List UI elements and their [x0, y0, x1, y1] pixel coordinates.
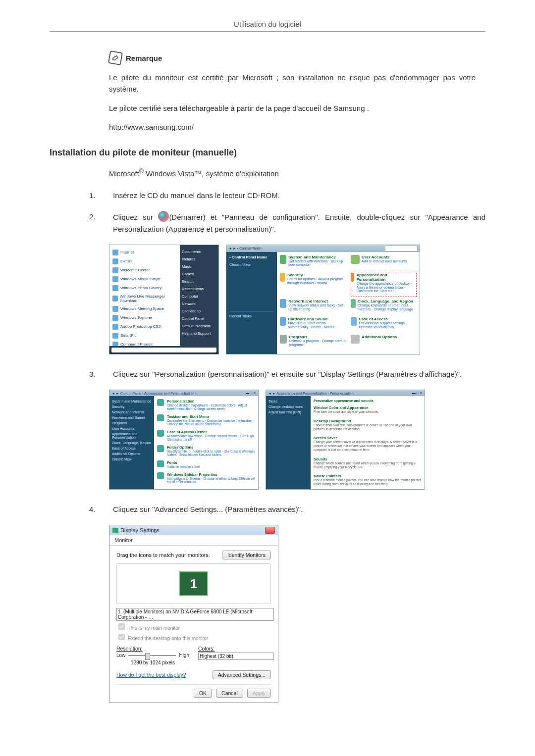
- resolution-slider[interactable]: Low High: [116, 653, 189, 658]
- sidebar-item[interactable]: Network and Internet: [112, 409, 152, 415]
- start-menu-item[interactable]: E-mail: [112, 257, 177, 266]
- help-link[interactable]: How do I get the best display?: [116, 672, 186, 678]
- appearance-category[interactable]: FontsInstall or remove a font: [157, 460, 255, 468]
- start-rightcol-item[interactable]: Pictures: [182, 255, 216, 263]
- start-rightcol-item[interactable]: Games: [182, 270, 216, 278]
- monitor-1-icon[interactable]: 1: [179, 571, 208, 596]
- note-block: Remarque Le pilote du moniteur est certi…: [109, 51, 476, 133]
- resolution-label: Resolution:: [116, 646, 189, 652]
- step-3-text: Cliquez sur "Personalization (personnali…: [113, 368, 485, 380]
- monitor-icon: [112, 528, 118, 533]
- control-panel-category[interactable]: Appearance and PersonalizationChange the…: [351, 273, 417, 297]
- start-menu-item[interactable]: Windows Meeting Space: [112, 304, 177, 313]
- cancel-button[interactable]: Cancel: [216, 689, 243, 698]
- start-menu: InternetE-mailWelcome CenterWindows Medi…: [109, 245, 219, 354]
- screenshot-1: InternetE-mailWelcome CenterWindows Medi…: [109, 245, 485, 354]
- start-menu-item[interactable]: Internet: [112, 248, 177, 257]
- start-menu-item[interactable]: Windows Explorer: [112, 313, 177, 322]
- step-1-text: Insérez le CD du manuel dans le lecteur …: [113, 190, 485, 201]
- identify-monitors-button[interactable]: Identify Monitors: [222, 551, 271, 559]
- screenshot-2: ◄ ► Control Panel › Appearance and Perso…: [109, 390, 485, 490]
- personalization-item[interactable]: Desktop BackgroundChoose from available …: [314, 419, 422, 431]
- start-orb-icon: [158, 211, 169, 222]
- sidebar-item[interactable]: Change desktop icons: [268, 404, 308, 409]
- appearance-category[interactable]: PersonalizationChange desktop background…: [157, 399, 255, 410]
- start-menu-item[interactable]: Welcome Center: [112, 266, 177, 275]
- control-panel-category[interactable]: User AccountsAdd or remove user accounts: [351, 255, 417, 271]
- note-icon: [108, 50, 123, 65]
- extend-desktop-checkbox: Extend the desktop onto this monitor: [116, 632, 271, 642]
- control-panel-category[interactable]: Network and InternetView network status …: [280, 299, 346, 315]
- start-menu-item[interactable]: Adobe Photoshop CS2: [112, 322, 177, 331]
- start-rightcol-item[interactable]: Connect To: [182, 307, 216, 315]
- start-rightcol-item[interactable]: Control Panel: [182, 315, 216, 322]
- sidebar-item[interactable]: Tasks: [268, 399, 308, 404]
- personalization-item[interactable]: SoundsChange which sounds are heard when…: [314, 457, 422, 469]
- step-4-number: 4.: [89, 504, 101, 515]
- ok-button[interactable]: OK: [194, 689, 212, 698]
- subtitle: Microsoft® Windows Vista™, système d'exp…: [109, 168, 485, 178]
- display-settings-dialog: Display Settings Monitor Drag the icons …: [109, 525, 278, 703]
- page-header: Utilisation du logiciel: [50, 20, 485, 32]
- step-3-number: 3.: [89, 368, 101, 380]
- monitor-preview[interactable]: 1: [116, 563, 271, 604]
- colors-dropdown[interactable]: Highest (32 bit): [198, 653, 274, 660]
- start-menu-item[interactable]: Windows Photo Gallery: [112, 284, 177, 293]
- monitor-tab[interactable]: Monitor: [109, 535, 278, 546]
- step-1: 1. Insérez le CD du manuel dans le lecte…: [89, 190, 485, 201]
- personalization-item[interactable]: Mouse PointersPick a different mouse poi…: [314, 474, 422, 486]
- control-panel-category[interactable]: Ease of AccessLet Windows suggest settin…: [351, 317, 417, 333]
- section-title: Installation du pilote de moniteur (manu…: [50, 148, 485, 158]
- start-menu-item[interactable]: Windows Live Messenger Download: [112, 293, 177, 304]
- appearance-personalization-window: ◄ ► Control Panel › Appearance and Perso…: [109, 390, 259, 490]
- sidebar-item[interactable]: Adjust font size (DPI): [268, 409, 308, 415]
- control-panel-category[interactable]: SecurityCheck for updates · Allow a prog…: [280, 273, 346, 297]
- cp-search-input[interactable]: [385, 246, 418, 252]
- start-rightcol-item[interactable]: Documents: [182, 248, 216, 255]
- appearance-category[interactable]: Windows Sidebar PropertiesAdd gadgets to…: [157, 472, 255, 484]
- sidebar-item[interactable]: Appearance and Personalization: [112, 431, 152, 440]
- start-menu-item[interactable]: SmartPic: [112, 331, 177, 340]
- personalization-item[interactable]: Window Color and AppearanceFine tune the…: [314, 405, 422, 414]
- note-title-text: Remarque: [126, 54, 162, 62]
- start-rightcol-item[interactable]: Search: [182, 278, 216, 285]
- monitor-dropdown[interactable]: 1. (Multiple Monitors) on NVIDIA GeForce…: [116, 608, 274, 621]
- start-rightcol-item[interactable]: Music: [182, 263, 216, 270]
- control-panel-category[interactable]: ProgramsUninstall a program · Change sta…: [280, 335, 346, 351]
- sidebar-item[interactable]: User Accounts: [112, 426, 152, 431]
- sidebar-item[interactable]: Programs: [112, 420, 152, 426]
- note-url: http://www.samsung.com/: [109, 121, 476, 133]
- screenshot-3: Display Settings Monitor Drag the icons …: [109, 525, 485, 703]
- sidebar-item[interactable]: Classic View: [112, 456, 152, 462]
- apply-button: Apply: [247, 689, 271, 698]
- advanced-settings-button[interactable]: Advanced Settings...: [213, 670, 271, 679]
- sidebar-item[interactable]: Clock, Language, Region: [112, 440, 152, 446]
- note-title-row: Remarque: [109, 51, 476, 64]
- sidebar-item[interactable]: Additional Options: [112, 451, 152, 456]
- step-3: 3. Cliquez sur "Personalization (personn…: [89, 368, 485, 380]
- appearance-category[interactable]: Taskbar and Start MenuCustomize the Star…: [157, 414, 255, 426]
- appearance-category[interactable]: Ease of Access CenterAccommodate low vis…: [157, 430, 255, 441]
- sidebar-item[interactable]: Ease of Access: [112, 446, 152, 451]
- cp-left-panel: • Control Panel Home Classic View Recent…: [226, 252, 277, 354]
- control-panel-category[interactable]: Hardware and SoundPlay CDs or other medi…: [280, 317, 346, 333]
- start-rightcol-item[interactable]: Help and Support: [182, 330, 216, 337]
- start-rightcol-item[interactable]: Recent Items: [182, 285, 216, 293]
- start-menu-item[interactable]: Windows Media Player: [112, 275, 177, 284]
- start-search-input[interactable]: [111, 348, 216, 353]
- step-2-number: 2.: [89, 211, 101, 235]
- control-panel-category[interactable]: System and MaintenanceGet started with W…: [280, 255, 346, 271]
- close-icon[interactable]: [265, 527, 275, 534]
- control-panel-category[interactable]: Clock, Language, and RegionChange keyboa…: [351, 299, 417, 315]
- colors-label: Colors:: [198, 646, 271, 652]
- sidebar-item[interactable]: Hardware and Sound: [112, 415, 152, 420]
- sidebar-item[interactable]: Security: [112, 404, 152, 409]
- start-rightcol-item[interactable]: Default Programs: [182, 322, 216, 330]
- sidebar-item[interactable]: System and Maintenance: [112, 399, 152, 404]
- personalization-item[interactable]: Screen SaverChange your screen saver or …: [314, 436, 422, 452]
- start-rightcol-item[interactable]: Computer: [182, 293, 216, 300]
- control-panel-category[interactable]: Additional Options: [351, 335, 417, 351]
- appearance-category[interactable]: Folder OptionsSpecify single- or double-…: [157, 445, 255, 456]
- start-rightcol-item[interactable]: Network: [182, 300, 216, 307]
- dialog-title: Display Settings: [120, 527, 160, 533]
